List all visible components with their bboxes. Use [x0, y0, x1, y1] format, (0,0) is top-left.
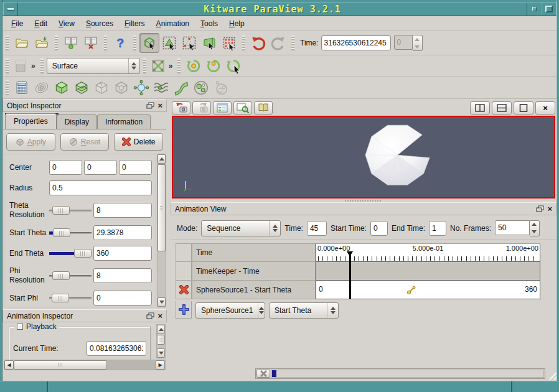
connect-server-button[interactable] [61, 33, 81, 53]
slider-thumb[interactable] [52, 294, 69, 302]
disconnect-server-button[interactable] [81, 33, 101, 53]
theta-resolution-slider[interactable] [49, 205, 92, 215]
close-panel-button[interactable]: × [157, 101, 162, 110]
frames-input[interactable] [495, 220, 530, 235]
capture-screenshot-button[interactable] [233, 101, 252, 114]
toolbar-handle[interactable] [177, 58, 181, 73]
apply-button[interactable]: Apply [6, 133, 55, 151]
center-x-input[interactable] [49, 160, 82, 175]
group-datasets-button[interactable] [191, 78, 211, 98]
window-border-bottom[interactable] [0, 381, 559, 392]
end-theta-slider[interactable] [49, 248, 92, 258]
scroll-down-button[interactable] [157, 348, 165, 358]
scroll-right-button[interactable]: ▶ [156, 360, 165, 370]
add-track-button[interactable] [176, 301, 192, 319]
animation-view-titlebar[interactable]: Animation View × [171, 202, 557, 215]
center-z-input[interactable] [119, 160, 152, 175]
animation-inspector-scrollbar[interactable] [156, 324, 166, 358]
property-combo[interactable]: Start Theta [269, 302, 339, 319]
collapse-button[interactable]: - [17, 324, 23, 330]
undock-button[interactable] [146, 312, 155, 320]
menu-file[interactable]: File [6, 17, 28, 30]
undock-button[interactable] [535, 205, 545, 213]
toolbar-handle[interactable] [6, 35, 9, 50]
menu-filters[interactable]: Filters [120, 17, 150, 30]
end-theta-input[interactable] [93, 246, 152, 261]
minimize-button[interactable] [527, 2, 542, 16]
toolbar-handle[interactable] [6, 80, 9, 95]
tab-information[interactable]: Information [97, 114, 151, 129]
frames-spin-down[interactable] [530, 228, 539, 236]
source-combo[interactable]: SphereSource1 [195, 302, 265, 319]
phi-resolution-slider[interactable] [49, 271, 92, 281]
reset-camera-button[interactable] [149, 58, 167, 74]
scrollbar-thumb[interactable] [157, 335, 165, 345]
slider-thumb[interactable] [52, 271, 70, 280]
toolbar-overflow[interactable]: » [29, 62, 37, 70]
track-name-spheresource[interactable]: SphereSource1 - Start Theta [192, 281, 316, 299]
frame-spin-up[interactable] [413, 35, 422, 43]
radius-input[interactable] [49, 180, 152, 195]
delete-button[interactable]: Delete [114, 133, 163, 151]
ungroup-button[interactable] [211, 78, 231, 98]
scroll-down-button[interactable] [157, 297, 166, 307]
menu-animation[interactable]: Animation [151, 17, 194, 30]
save-data-button[interactable] [32, 33, 52, 53]
undock-button[interactable] [146, 101, 155, 110]
start-theta-slider[interactable] [49, 228, 92, 238]
animation-inspector-hscrollbar[interactable]: ◀ ▶ [4, 360, 166, 370]
interact-mode-button[interactable] [139, 33, 159, 53]
undo-button[interactable] [248, 33, 268, 53]
start-phi-input[interactable] [93, 291, 152, 306]
toolbar-overflow[interactable]: » [167, 62, 175, 70]
calculator-button[interactable] [12, 78, 32, 98]
scrollbar-thumb[interactable] [14, 360, 107, 370]
scroll-up-button[interactable] [157, 325, 165, 334]
cancel-progress-button[interactable] [256, 370, 270, 378]
start-theta-input[interactable] [93, 225, 152, 240]
menu-edit[interactable]: Edit [29, 17, 52, 30]
mode-combo[interactable]: Sequence [201, 220, 281, 236]
open-file-button[interactable] [12, 33, 32, 53]
properties-scrollbar[interactable] [157, 154, 166, 307]
color-by-button[interactable] [12, 58, 29, 74]
toolbar-handle[interactable] [143, 58, 146, 73]
camera-undo-button[interactable] [172, 101, 190, 114]
tab-display[interactable]: Display [57, 114, 97, 129]
help-button[interactable]: ? [110, 33, 130, 53]
current-time-input[interactable] [87, 341, 146, 356]
object-inspector-titlebar[interactable]: Object Inspector × [2, 99, 167, 112]
redo-button[interactable] [268, 33, 288, 53]
time-input[interactable] [321, 35, 391, 50]
extract-subset-button[interactable] [111, 78, 131, 98]
save-view-state-button[interactable] [254, 101, 273, 114]
tab-properties[interactable]: Properties [5, 113, 57, 129]
contour-button[interactable] [32, 78, 52, 98]
select-cells-button[interactable] [159, 33, 179, 53]
end-time-input[interactable] [429, 221, 446, 236]
split-vertical-button[interactable] [492, 101, 512, 114]
resize-grip[interactable] [546, 369, 557, 380]
slice-button[interactable] [72, 78, 92, 98]
animation-inspector-titlebar[interactable]: Animation Inspector × [2, 309, 167, 322]
camera-orientation-button-2[interactable] [204, 56, 223, 76]
camera-orientation-button-3[interactable] [223, 56, 243, 76]
threshold-button[interactable] [92, 78, 111, 98]
keyframe-icon[interactable] [406, 284, 417, 296]
window-menu-button[interactable] [3, 2, 18, 16]
glyph-button[interactable] [131, 78, 151, 98]
close-panel-button[interactable]: × [547, 205, 552, 213]
frame-spin-down[interactable] [413, 43, 422, 50]
menu-help[interactable]: Help [224, 17, 250, 30]
phi-resolution-input[interactable] [93, 268, 152, 283]
scroll-up-button[interactable] [157, 154, 166, 164]
slider-thumb[interactable] [53, 228, 70, 237]
window-titlebar[interactable]: Kitware ParaView 3.2.1 [2, 2, 557, 16]
view-settings-button[interactable] [213, 101, 232, 114]
anim-time-input[interactable] [307, 221, 327, 236]
close-view-button[interactable]: × [535, 101, 555, 114]
render-viewport[interactable] [172, 116, 555, 198]
representation-combo[interactable]: Surface [47, 58, 140, 74]
toolbar-handle[interactable] [6, 58, 9, 73]
delete-track-button[interactable] [176, 281, 192, 299]
